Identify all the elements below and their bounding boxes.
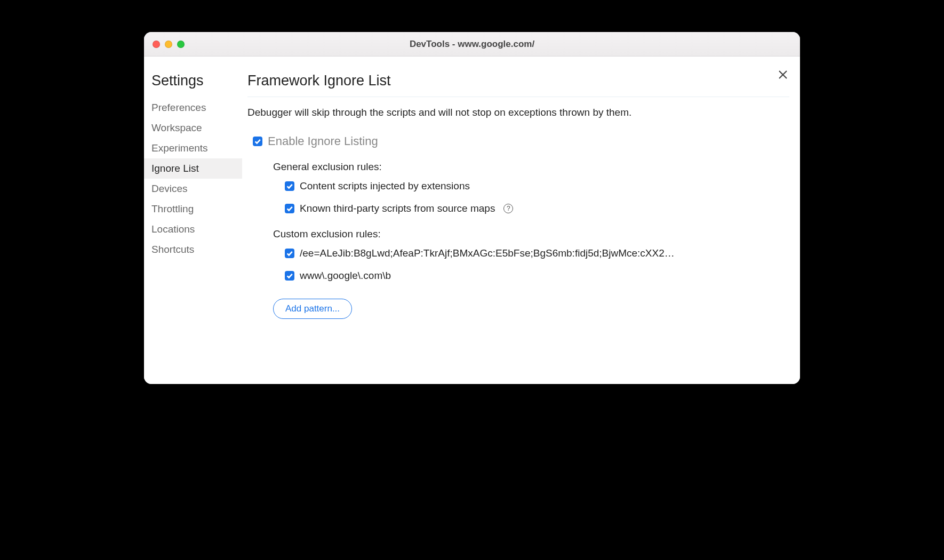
- window-content: Settings Preferences Workspace Experimen…: [144, 57, 800, 384]
- sidebar-item-label: Shortcuts: [151, 244, 194, 255]
- sidebar-item-label: Experiments: [151, 142, 208, 154]
- general-rule-row: Known third-party scripts from source ma…: [285, 203, 789, 214]
- sidebar-item-locations[interactable]: Locations: [144, 219, 242, 239]
- sidebar-item-label: Locations: [151, 223, 195, 235]
- custom-rule-checkbox[interactable]: [285, 249, 294, 258]
- general-rules-list: Content scripts injected by extensions K…: [247, 180, 789, 214]
- devtools-window: DevTools - www.google.com/ Settings Pref…: [144, 32, 800, 384]
- sidebar-item-ignore-list[interactable]: Ignore List: [144, 158, 242, 179]
- sidebar-item-experiments[interactable]: Experiments: [144, 138, 242, 158]
- sidebar-item-workspace[interactable]: Workspace: [144, 118, 242, 138]
- close-icon: [777, 68, 789, 81]
- custom-rules-list: /ee=ALeJib:B8gLwd;AfeaP:TkrAjf;BMxAGc:E5…: [247, 247, 789, 282]
- general-rules-heading: General exclusion rules:: [247, 161, 789, 173]
- sidebar-item-throttling[interactable]: Throttling: [144, 199, 242, 219]
- checkmark-icon: [286, 250, 293, 257]
- custom-rule-label[interactable]: /ee=ALeJib:B8gLwd;AfeaP:TkrAjf;BMxAGc:E5…: [300, 247, 675, 259]
- sidebar-item-shortcuts[interactable]: Shortcuts: [144, 239, 242, 260]
- checkmark-icon: [254, 138, 261, 145]
- help-icon[interactable]: ?: [503, 204, 513, 213]
- sidebar-item-label: Throttling: [151, 203, 194, 214]
- sidebar-item-label: Workspace: [151, 122, 202, 133]
- sidebar-item-label: Ignore List: [151, 163, 199, 174]
- custom-rule-row: www\.google\.com\b: [285, 270, 690, 282]
- window-title: DevTools - www.google.com/: [144, 39, 800, 50]
- custom-rule-label[interactable]: www\.google\.com\b: [300, 270, 391, 282]
- general-rule-label: Known third-party scripts from source ma…: [300, 203, 495, 214]
- main-panel: Framework Ignore List Debugger will skip…: [242, 57, 800, 384]
- add-pattern-button[interactable]: Add pattern...: [273, 299, 352, 319]
- general-rule-label: Content scripts injected by extensions: [300, 180, 470, 192]
- custom-rules-heading: Custom exclusion rules:: [247, 228, 789, 240]
- settings-sidebar: Settings Preferences Workspace Experimen…: [144, 57, 242, 384]
- enable-ignore-listing-checkbox[interactable]: [253, 137, 262, 146]
- checkmark-icon: [286, 182, 293, 190]
- general-rule-row: Content scripts injected by extensions: [285, 180, 789, 192]
- sidebar-title: Settings: [144, 73, 242, 89]
- sidebar-item-devices[interactable]: Devices: [144, 179, 242, 199]
- close-settings-button[interactable]: [777, 68, 789, 81]
- content-scripts-checkbox[interactable]: [285, 181, 294, 191]
- maximize-window-button[interactable]: [177, 41, 185, 48]
- checkmark-icon: [286, 205, 293, 212]
- minimize-window-button[interactable]: [165, 41, 172, 48]
- enable-ignore-listing-row: Enable Ignore Listing: [247, 134, 789, 148]
- sidebar-item-label: Devices: [151, 183, 188, 194]
- traffic-lights: [153, 41, 185, 48]
- enable-ignore-listing-label: Enable Ignore Listing: [268, 134, 378, 148]
- page-description: Debugger will skip through the scripts a…: [247, 107, 789, 118]
- checkmark-icon: [286, 272, 293, 279]
- sidebar-item-label: Preferences: [151, 102, 206, 113]
- custom-rule-checkbox[interactable]: [285, 271, 294, 281]
- close-window-button[interactable]: [153, 41, 160, 48]
- window-titlebar: DevTools - www.google.com/: [144, 32, 800, 57]
- sidebar-item-preferences[interactable]: Preferences: [144, 98, 242, 118]
- third-party-scripts-checkbox[interactable]: [285, 204, 294, 213]
- custom-rule-row: /ee=ALeJib:B8gLwd;AfeaP:TkrAjf;BMxAGc:E5…: [285, 247, 690, 259]
- page-title: Framework Ignore List: [247, 73, 789, 97]
